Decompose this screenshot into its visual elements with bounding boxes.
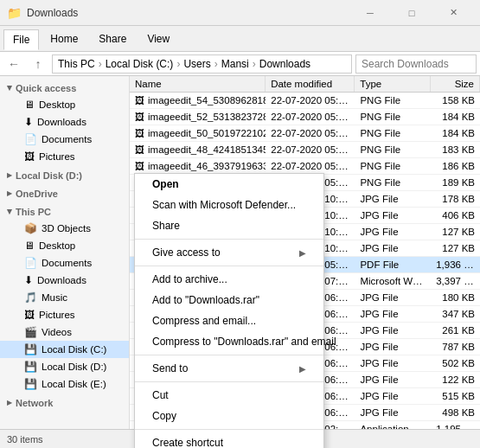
col-header-date[interactable]: Date modified xyxy=(266,76,355,92)
sidebar-item-locale[interactable]: 💾 Local Disk (E:) xyxy=(0,375,129,393)
table-row[interactable]: 🖼 imageedit_50_5019722102 22-07-2020 05:… xyxy=(130,125,480,142)
file-size-cell: 178 KB xyxy=(431,193,480,205)
address-path[interactable]: This PC › Local Disk (C:) › Users › Mans… xyxy=(52,54,352,74)
context-menu-item[interactable]: Compress and email... xyxy=(135,310,323,331)
search-input[interactable] xyxy=(355,54,477,74)
close-button[interactable]: ✕ xyxy=(433,0,473,26)
chevron-icon: ▾ xyxy=(7,82,12,93)
ribbon: File Home Share View xyxy=(0,26,480,52)
file-type-cell: JPG File xyxy=(355,308,431,320)
sidebar-label-desktop2: Desktop xyxy=(39,240,75,251)
context-menu-item[interactable]: Cut xyxy=(135,385,323,406)
file-type-cell: JPG File xyxy=(355,357,431,369)
table-row[interactable]: 🖼 imageedit_52_5313823728 22-07-2020 05:… xyxy=(130,109,480,125)
submenu-arrow-icon: ▶ xyxy=(299,364,306,374)
file-type-cell: Application xyxy=(355,423,431,429)
sidebar-item-downloads[interactable]: ⬇ Downloads xyxy=(0,113,129,131)
desktop2-icon: 🖥 xyxy=(24,240,35,252)
file-size-cell: 158 KB xyxy=(431,94,480,106)
context-menu-item[interactable]: Give access to▶ xyxy=(135,242,323,263)
sidebar-header-locald[interactable]: ▸ Local Disk (D:) xyxy=(0,167,129,183)
ctx-item-label: Create shortcut xyxy=(152,437,223,448)
sidebar-label-downloads2: Downloads xyxy=(37,275,86,285)
locale-icon: 💾 xyxy=(24,378,37,390)
sidebar-item-music[interactable]: 🎵 Music xyxy=(0,289,129,306)
file-type-cell: PNG File xyxy=(355,94,431,106)
forward-button[interactable]: ↑ xyxy=(28,54,48,74)
back-button[interactable]: ← xyxy=(3,54,24,74)
ctx-item-label: Open xyxy=(152,178,179,190)
file-name: imageedit_52_5313823728 xyxy=(148,112,266,122)
context-menu-item[interactable]: Add to archive... xyxy=(135,269,323,290)
table-row[interactable]: 🖼 imageedit_54_5308962818 22-07-2020 05:… xyxy=(130,93,480,109)
context-menu-divider xyxy=(135,381,323,382)
sidebar-label-localc: Local Disk (C:) xyxy=(42,344,106,355)
path-part-users[interactable]: Users xyxy=(183,58,210,70)
context-menu-item[interactable]: Create shortcut xyxy=(135,432,323,448)
col-header-type[interactable]: Type xyxy=(355,76,431,92)
minimize-button[interactable]: ─ xyxy=(350,0,390,26)
sidebar-item-3dobjects[interactable]: 📦 3D Objects xyxy=(0,220,129,237)
sidebar: ▾ Quick access 🖥 Desktop ⬇ Downloads 📄 D… xyxy=(0,76,130,429)
file-icon: 🖼 xyxy=(135,144,144,155)
pictures2-icon: 🖼 xyxy=(24,309,35,321)
sidebar-item-documents2[interactable]: 📄 Documents xyxy=(0,254,129,272)
titlebar: 📁 Downloads ─ □ ✕ xyxy=(0,0,480,26)
col-header-size[interactable]: Size xyxy=(431,76,480,92)
sidebar-label-quickaccess: Quick access xyxy=(16,83,76,93)
context-menu-item[interactable]: Send to▶ xyxy=(135,358,323,379)
sidebar-item-videos[interactable]: 🎬 Videos xyxy=(0,323,129,341)
context-menu-item[interactable]: Share xyxy=(135,215,323,236)
sidebar-header-thispc[interactable]: ▾ This PC xyxy=(0,203,129,220)
file-type-cell: PDF File xyxy=(355,259,431,271)
sidebar-header-quickaccess[interactable]: ▾ Quick access xyxy=(0,80,129,96)
documents-icon: 📄 xyxy=(24,133,37,145)
sidebar-label-locald2: Local Disk (D:) xyxy=(42,362,106,372)
sidebar-header-network[interactable]: ▸ Network xyxy=(0,394,129,411)
statusbar-text: 30 items xyxy=(7,434,43,445)
path-part-mansi[interactable]: Mansi xyxy=(221,58,249,70)
file-type-cell: JPG File xyxy=(355,226,431,238)
sidebar-section-thispc: ▾ This PC 📦 3D Objects 🖥 Desktop 📄 Docum… xyxy=(0,203,129,393)
tab-file[interactable]: File xyxy=(3,29,39,50)
sidebar-item-documents[interactable]: 📄 Documents xyxy=(0,131,129,148)
sidebar-label-3dobjects: 3D Objects xyxy=(42,223,91,234)
path-part-thispc[interactable]: This PC xyxy=(58,58,95,70)
titlebar-title: Downloads xyxy=(27,7,345,19)
sidebar-item-pictures[interactable]: 🖼 Pictures xyxy=(0,148,129,165)
chevron-icon-d: ▸ xyxy=(7,170,12,181)
context-menu-item[interactable]: Add to "Downloads.rar" xyxy=(135,290,323,310)
maximize-button[interactable]: □ xyxy=(392,0,432,26)
sidebar-item-desktop2[interactable]: 🖥 Desktop xyxy=(0,237,129,254)
context-menu-item[interactable]: Copy xyxy=(135,406,323,426)
sidebar-label-desktop: Desktop xyxy=(39,99,75,110)
sidebar-item-pictures2[interactable]: 🖼 Pictures xyxy=(0,306,129,323)
path-sep-1: › xyxy=(99,58,102,70)
context-menu-item[interactable]: Compress to "Downloads.rar" and email xyxy=(135,331,323,352)
sidebar-label-locale: Local Disk (E:) xyxy=(42,379,106,389)
context-menu-item[interactable]: Open xyxy=(135,174,323,195)
sidebar-item-localc[interactable]: 💾 Local Disk (C:) xyxy=(0,341,129,358)
folder-icon: 📁 xyxy=(7,6,22,20)
sidebar-header-onedrive[interactable]: ▸ OneDrive xyxy=(0,185,129,202)
path-part-localdisk[interactable]: Local Disk (C:) xyxy=(106,58,174,70)
tab-view[interactable]: View xyxy=(138,29,179,49)
path-part-downloads[interactable]: Downloads xyxy=(259,58,310,70)
file-size-cell: 184 KB xyxy=(431,111,480,123)
table-row[interactable]: 🖼 imageedit_48_4241851345 22-07-2020 05:… xyxy=(130,142,480,158)
file-name-cell: 🖼 imageedit_50_5019722102 xyxy=(130,127,266,139)
tab-share[interactable]: Share xyxy=(89,29,136,49)
tab-home[interactable]: Home xyxy=(41,29,87,49)
sidebar-label-downloads: Downloads xyxy=(37,117,86,127)
col-header-name[interactable]: Name xyxy=(130,76,266,92)
sidebar-item-desktop[interactable]: 🖥 Desktop xyxy=(0,96,129,113)
sidebar-item-locald2[interactable]: 💾 Local Disk (D:) xyxy=(0,358,129,375)
sidebar-label-locald: Local Disk (D:) xyxy=(16,170,82,181)
sidebar-item-downloads2[interactable]: ⬇ Downloads xyxy=(0,272,129,289)
videos-icon: 🎬 xyxy=(24,326,37,338)
ctx-item-label: Scan with Microsoft Defender... xyxy=(152,199,296,211)
file-type-cell: JPG File xyxy=(355,341,431,353)
ctx-item-label: Cut xyxy=(152,389,169,401)
file-icon: 🖼 xyxy=(135,128,144,138)
context-menu-item[interactable]: Scan with Microsoft Defender... xyxy=(135,195,323,215)
